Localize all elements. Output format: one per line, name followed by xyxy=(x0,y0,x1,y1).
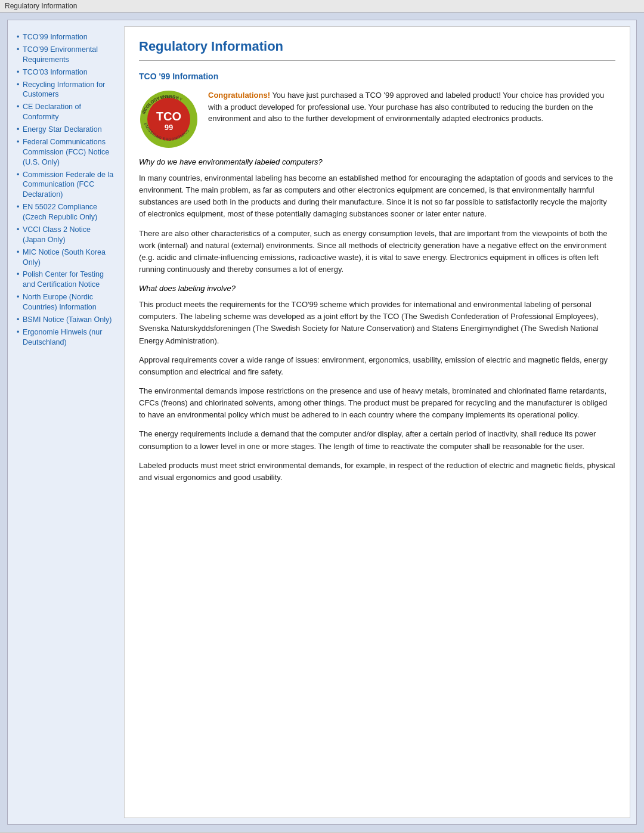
italic-heading-1: Why do we have environmentally labeled c… xyxy=(139,157,615,166)
sidebar-link-vcci-notice[interactable]: VCCI Class 2 Notice (Japan Only) xyxy=(23,225,91,244)
sidebar-link-polish-center[interactable]: Polish Center for Testing and Certificat… xyxy=(23,270,104,289)
main-container: TCO'99 InformationTCO'99 Environmental R… xyxy=(7,20,637,825)
sidebar: TCO'99 InformationTCO'99 Environmental R… xyxy=(14,26,118,818)
sidebar-list: TCO'99 InformationTCO'99 Environmental R… xyxy=(17,32,115,348)
sidebar-item-energy-star[interactable]: Energy Star Declaration xyxy=(17,125,115,135)
sidebar-link-mic-notice[interactable]: MIC Notice (South Korea Only) xyxy=(23,248,106,267)
svg-text:TCO: TCO xyxy=(156,110,181,123)
section-title: TCO '99 Information xyxy=(139,72,615,81)
title-bar: Regulatory Information xyxy=(0,0,644,13)
sidebar-item-polish-center[interactable]: Polish Center for Testing and Certificat… xyxy=(17,270,115,290)
content-area: TCO'99 InformationTCO'99 Environmental R… xyxy=(8,20,636,824)
sidebar-link-bsmi-notice[interactable]: BSMI Notice (Taiwan Only) xyxy=(23,315,112,324)
sidebar-item-ergonomie[interactable]: Ergonomie Hinweis (nur Deutschland) xyxy=(17,327,115,348)
sidebar-link-fcc-notice[interactable]: Federal Communications Commission (FCC) … xyxy=(23,138,109,166)
sidebar-item-fcc-notice[interactable]: Federal Communications Commission (FCC) … xyxy=(17,137,115,168)
sidebar-link-energy-star[interactable]: Energy Star Declaration xyxy=(23,125,102,134)
paragraph-4: Approval requirements cover a wide range… xyxy=(139,354,615,378)
sidebar-item-bsmi-notice[interactable]: BSMI Notice (Taiwan Only) xyxy=(17,315,115,325)
congrats-label: Congratulations! xyxy=(208,91,270,100)
title-bar-text: Regulatory Information xyxy=(5,2,77,10)
sidebar-item-north-europe[interactable]: North Europe (Nordic Countries) Informat… xyxy=(17,292,115,312)
sidebar-link-recycling-info[interactable]: Recycling Information for Customers xyxy=(23,80,105,99)
paragraph-6: The energy requirements include a demand… xyxy=(139,428,615,452)
paragraph-7: Labeled products must meet strict enviro… xyxy=(139,460,615,484)
sidebar-item-ce-declaration[interactable]: CE Declaration of Conformity xyxy=(17,102,115,122)
sidebar-link-tco03-info[interactable]: TCO'03 Information xyxy=(23,68,88,76)
sidebar-link-ergonomie[interactable]: Ergonomie Hinweis (nur Deutschland) xyxy=(23,328,102,346)
sidebar-link-tco99-info[interactable]: TCO'99 Information xyxy=(23,33,88,41)
sidebar-link-north-europe[interactable]: North Europe (Nordic Countries) Informat… xyxy=(23,293,97,311)
sidebar-item-vcci-notice[interactable]: VCCI Class 2 Notice (Japan Only) xyxy=(17,225,115,245)
paragraph-5: The environmental demands impose restric… xyxy=(139,385,615,421)
sidebar-item-en55022[interactable]: EN 55022 Compliance (Czech Republic Only… xyxy=(17,202,115,222)
sidebar-item-tco99-info[interactable]: TCO'99 Information xyxy=(17,32,115,42)
sidebar-item-tco99-env[interactable]: TCO'99 Environmental Requirements xyxy=(17,45,115,65)
sidebar-item-recycling-info[interactable]: Recycling Information for Customers xyxy=(17,80,115,100)
divider xyxy=(139,60,615,61)
tco-intro: TCO 99 ECOLOGY ENERGY ECOLOGY ENERGY xyxy=(139,89,615,149)
main-content: Regulatory Information TCO '99 Informati… xyxy=(124,26,630,818)
sidebar-link-en55022[interactable]: EN 55022 Compliance (Czech Republic Only… xyxy=(23,203,97,221)
sidebar-item-tco03-info[interactable]: TCO'03 Information xyxy=(17,67,115,78)
tco-intro-text: Congratulations! You have just purchased… xyxy=(208,89,615,149)
sidebar-link-fcc-declaration[interactable]: Commission Federale de la Communication … xyxy=(23,171,113,199)
tco-logo: TCO 99 ECOLOGY ENERGY ECOLOGY ENERGY xyxy=(139,89,199,149)
sidebar-link-tco99-env[interactable]: TCO'99 Environmental Requirements xyxy=(23,45,98,64)
page-title: Regulatory Information xyxy=(139,39,615,54)
paragraph-3: This product meets the requirements for … xyxy=(139,299,615,347)
sidebar-item-fcc-declaration[interactable]: Commission Federale de la Communication … xyxy=(17,170,115,200)
italic-heading-2: What does labeling involve? xyxy=(139,284,615,293)
sidebar-item-mic-notice[interactable]: MIC Notice (South Korea Only) xyxy=(17,247,115,268)
svg-text:99: 99 xyxy=(165,123,173,132)
paragraph-2: There are also other characteristics of … xyxy=(139,228,615,276)
sidebar-link-ce-declaration[interactable]: CE Declaration of Conformity xyxy=(23,103,81,121)
paragraph-1: In many countries, environmental labelin… xyxy=(139,172,615,221)
